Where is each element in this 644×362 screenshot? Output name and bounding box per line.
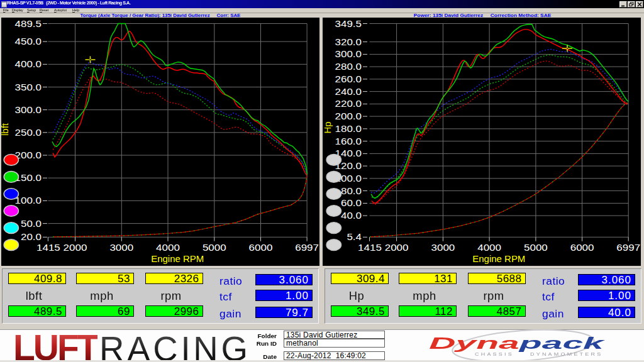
svg-text:200.0: 200.0 [335,112,362,121]
svg-text:50.0: 50.0 [21,219,42,228]
svg-text:3000: 3000 [109,243,133,253]
svg-text:60.0: 60.0 [341,199,362,208]
svg-text:300.0: 300.0 [14,105,42,114]
svg-text:450.0: 450.0 [14,37,42,47]
svg-text:349.5: 349.5 [335,19,362,28]
svg-text:280.0: 280.0 [335,62,362,72]
svg-text:300.0: 300.0 [335,50,362,59]
svg-text:5000: 5000 [524,243,548,253]
svg-text:40.0: 40.0 [341,211,362,221]
svg-text:5000: 5000 [203,243,226,253]
svg-text:6000: 6000 [249,243,273,253]
svg-text:3000: 3000 [431,243,455,253]
svg-text:220.0: 220.0 [335,99,362,109]
svg-text:80.0: 80.0 [341,186,362,195]
svg-text:180.0: 180.0 [335,124,362,133]
svg-text:240.0: 240.0 [335,87,362,96]
svg-text:260.0: 260.0 [335,74,362,84]
svg-text:5.4: 5.4 [347,233,362,242]
svg-text:4000: 4000 [156,243,180,253]
svg-text:320.0: 320.0 [335,37,362,47]
svg-text:6997: 6997 [295,243,319,253]
svg-text:1415: 1415 [358,243,382,253]
svg-text:Engine RPM: Engine RPM [472,254,525,264]
svg-text:Hp: Hp [323,121,333,133]
svg-text:20.0: 20.0 [21,233,42,242]
svg-text:lbft: lbft [1,123,9,136]
svg-text:400.0: 400.0 [14,60,42,69]
svg-text:Engine RPM: Engine RPM [151,254,204,264]
svg-text:6000: 6000 [570,243,594,253]
svg-text:2000: 2000 [64,243,87,253]
svg-text:2000: 2000 [385,243,409,253]
svg-text:160.0: 160.0 [335,136,362,146]
svg-text:250.0: 250.0 [14,128,42,137]
svg-text:4000: 4000 [477,243,501,253]
svg-text:489.5: 489.5 [14,19,42,28]
svg-text:6997: 6997 [616,243,640,253]
svg-text:100.0: 100.0 [14,196,42,206]
svg-text:1415: 1415 [36,243,60,253]
svg-text:350.0: 350.0 [14,82,42,92]
